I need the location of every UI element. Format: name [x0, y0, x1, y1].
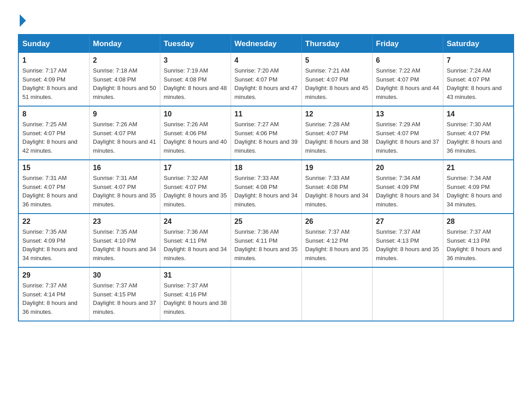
day-info: Sunrise: 7:37 AMSunset: 4:12 PMDaylight:… — [305, 227, 369, 262]
day-info: Sunrise: 7:35 AMSunset: 4:09 PMDaylight:… — [22, 227, 86, 262]
day-info: Sunrise: 7:33 AMSunset: 4:08 PMDaylight:… — [305, 174, 369, 209]
day-info: Sunrise: 7:34 AMSunset: 4:09 PMDaylight:… — [376, 174, 439, 209]
day-number: 17 — [164, 164, 227, 172]
day-number: 27 — [376, 218, 439, 226]
day-info: Sunrise: 7:36 AMSunset: 4:11 PMDaylight:… — [164, 227, 227, 262]
calendar-day-cell: 28Sunrise: 7:37 AMSunset: 4:13 PMDayligh… — [443, 214, 514, 267]
calendar-day-cell: 6Sunrise: 7:22 AMSunset: 4:07 PMDaylight… — [372, 53, 443, 106]
day-info: Sunrise: 7:34 AMSunset: 4:09 PMDaylight:… — [447, 174, 510, 209]
calendar-day-cell: 10Sunrise: 7:26 AMSunset: 4:06 PMDayligh… — [160, 106, 231, 160]
day-info: Sunrise: 7:31 AMSunset: 4:07 PMDaylight:… — [93, 174, 156, 209]
calendar-day-cell: 3Sunrise: 7:19 AMSunset: 4:08 PMDaylight… — [160, 53, 231, 106]
calendar-day-cell: 8Sunrise: 7:25 AMSunset: 4:07 PMDaylight… — [18, 106, 89, 160]
day-info: Sunrise: 7:26 AMSunset: 4:07 PMDaylight:… — [93, 120, 156, 155]
day-info: Sunrise: 7:37 AMSunset: 4:15 PMDaylight:… — [93, 281, 156, 316]
calendar-week-row: 1Sunrise: 7:17 AMSunset: 4:09 PMDaylight… — [18, 53, 514, 106]
calendar-week-row: 15Sunrise: 7:31 AMSunset: 4:07 PMDayligh… — [18, 160, 514, 214]
day-info: Sunrise: 7:33 AMSunset: 4:08 PMDaylight:… — [235, 174, 298, 209]
calendar-day-cell: 15Sunrise: 7:31 AMSunset: 4:07 PMDayligh… — [18, 160, 89, 214]
day-number: 24 — [164, 218, 227, 226]
day-number: 30 — [93, 271, 156, 279]
calendar-day-cell — [231, 267, 301, 321]
calendar-header-row: SundayMondayTuesdayWednesdayThursdayFrid… — [18, 34, 514, 53]
calendar-day-cell: 14Sunrise: 7:30 AMSunset: 4:07 PMDayligh… — [443, 106, 514, 160]
day-info: Sunrise: 7:32 AMSunset: 4:07 PMDaylight:… — [164, 174, 227, 209]
calendar-day-header: Thursday — [301, 34, 372, 53]
day-info: Sunrise: 7:24 AMSunset: 4:07 PMDaylight:… — [447, 66, 510, 101]
day-number: 31 — [164, 271, 227, 279]
day-info: Sunrise: 7:27 AMSunset: 4:06 PMDaylight:… — [235, 120, 298, 155]
calendar-day-cell — [372, 267, 443, 321]
calendar-day-cell: 21Sunrise: 7:34 AMSunset: 4:09 PMDayligh… — [443, 160, 514, 214]
calendar-day-cell: 23Sunrise: 7:35 AMSunset: 4:10 PMDayligh… — [89, 214, 160, 267]
day-number: 9 — [93, 110, 156, 118]
day-number: 13 — [376, 110, 439, 118]
calendar-day-cell: 25Sunrise: 7:36 AMSunset: 4:11 PMDayligh… — [231, 214, 301, 267]
day-number: 25 — [235, 218, 298, 226]
calendar-day-cell: 18Sunrise: 7:33 AMSunset: 4:08 PMDayligh… — [231, 160, 301, 214]
day-info: Sunrise: 7:22 AMSunset: 4:07 PMDaylight:… — [376, 66, 439, 101]
day-info: Sunrise: 7:31 AMSunset: 4:07 PMDaylight:… — [22, 174, 86, 209]
day-info: Sunrise: 7:26 AMSunset: 4:06 PMDaylight:… — [164, 120, 227, 155]
calendar-day-header: Tuesday — [160, 34, 231, 53]
day-number: 1 — [22, 56, 86, 64]
day-info: Sunrise: 7:25 AMSunset: 4:07 PMDaylight:… — [22, 120, 86, 155]
calendar-day-cell: 20Sunrise: 7:34 AMSunset: 4:09 PMDayligh… — [372, 160, 443, 214]
day-number: 7 — [447, 56, 510, 64]
day-info: Sunrise: 7:29 AMSunset: 4:07 PMDaylight:… — [376, 120, 439, 155]
day-info: Sunrise: 7:37 AMSunset: 4:16 PMDaylight:… — [164, 281, 227, 316]
calendar-day-cell: 12Sunrise: 7:28 AMSunset: 4:07 PMDayligh… — [301, 106, 372, 160]
page-header — [18, 13, 514, 25]
calendar-day-header: Wednesday — [231, 34, 301, 53]
day-number: 12 — [305, 110, 369, 118]
calendar-day-cell: 29Sunrise: 7:37 AMSunset: 4:14 PMDayligh… — [18, 267, 89, 321]
day-number: 22 — [22, 218, 86, 226]
calendar-day-cell: 31Sunrise: 7:37 AMSunset: 4:16 PMDayligh… — [160, 267, 231, 321]
logo-top — [18, 13, 26, 27]
day-info: Sunrise: 7:37 AMSunset: 4:14 PMDaylight:… — [22, 281, 86, 316]
day-number: 2 — [93, 56, 156, 64]
day-number: 11 — [235, 110, 298, 118]
calendar-day-cell: 26Sunrise: 7:37 AMSunset: 4:12 PMDayligh… — [301, 214, 372, 267]
day-info: Sunrise: 7:19 AMSunset: 4:08 PMDaylight:… — [164, 66, 227, 101]
calendar-day-cell: 2Sunrise: 7:18 AMSunset: 4:08 PMDaylight… — [89, 53, 160, 106]
day-number: 15 — [22, 164, 86, 172]
calendar-day-cell — [301, 267, 372, 321]
calendar-day-cell: 16Sunrise: 7:31 AMSunset: 4:07 PMDayligh… — [89, 160, 160, 214]
day-info: Sunrise: 7:37 AMSunset: 4:13 PMDaylight:… — [376, 227, 439, 262]
day-info: Sunrise: 7:17 AMSunset: 4:09 PMDaylight:… — [22, 66, 86, 101]
calendar-day-header: Monday — [89, 34, 160, 53]
calendar-day-cell: 11Sunrise: 7:27 AMSunset: 4:06 PMDayligh… — [231, 106, 301, 160]
day-info: Sunrise: 7:30 AMSunset: 4:07 PMDaylight:… — [447, 120, 510, 155]
calendar-week-row: 29Sunrise: 7:37 AMSunset: 4:14 PMDayligh… — [18, 267, 514, 321]
day-number: 28 — [447, 218, 510, 226]
day-number: 10 — [164, 110, 227, 118]
day-info: Sunrise: 7:35 AMSunset: 4:10 PMDaylight:… — [93, 227, 156, 262]
calendar-day-cell: 22Sunrise: 7:35 AMSunset: 4:09 PMDayligh… — [18, 214, 89, 267]
day-number: 8 — [22, 110, 86, 118]
day-number: 16 — [93, 164, 156, 172]
day-info: Sunrise: 7:21 AMSunset: 4:07 PMDaylight:… — [305, 66, 369, 101]
calendar-table: SundayMondayTuesdayWednesdayThursdayFrid… — [18, 34, 514, 321]
day-number: 6 — [376, 56, 439, 64]
calendar-day-cell: 7Sunrise: 7:24 AMSunset: 4:07 PMDaylight… — [443, 53, 514, 106]
calendar-day-cell: 4Sunrise: 7:20 AMSunset: 4:07 PMDaylight… — [231, 53, 301, 106]
day-info: Sunrise: 7:18 AMSunset: 4:08 PMDaylight:… — [93, 66, 156, 101]
day-number: 26 — [305, 218, 369, 226]
calendar-day-cell: 24Sunrise: 7:36 AMSunset: 4:11 PMDayligh… — [160, 214, 231, 267]
calendar-day-header: Friday — [372, 34, 443, 53]
calendar-day-header: Saturday — [443, 34, 514, 53]
calendar-day-cell — [443, 267, 514, 321]
day-number: 23 — [93, 218, 156, 226]
day-info: Sunrise: 7:36 AMSunset: 4:11 PMDaylight:… — [235, 227, 298, 262]
day-info: Sunrise: 7:20 AMSunset: 4:07 PMDaylight:… — [235, 66, 298, 101]
calendar-day-cell: 1Sunrise: 7:17 AMSunset: 4:09 PMDaylight… — [18, 53, 89, 106]
day-number: 29 — [22, 271, 86, 279]
day-number: 5 — [305, 56, 369, 64]
day-number: 18 — [235, 164, 298, 172]
calendar-week-row: 22Sunrise: 7:35 AMSunset: 4:09 PMDayligh… — [18, 214, 514, 267]
logo — [18, 13, 26, 25]
day-number: 4 — [235, 56, 298, 64]
calendar-day-cell: 27Sunrise: 7:37 AMSunset: 4:13 PMDayligh… — [372, 214, 443, 267]
calendar-day-cell: 19Sunrise: 7:33 AMSunset: 4:08 PMDayligh… — [301, 160, 372, 214]
